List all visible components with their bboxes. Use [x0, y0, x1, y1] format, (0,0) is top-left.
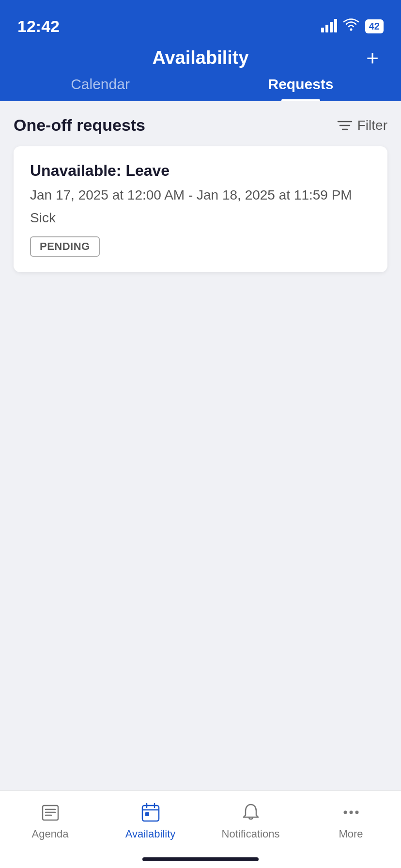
status-time: 12:42	[17, 17, 60, 36]
svg-point-14	[349, 811, 353, 814]
status-badge: PENDING	[30, 236, 100, 257]
tab-bar: Calendar Requests	[0, 68, 401, 101]
svg-rect-12	[145, 812, 149, 816]
nav-label-more: More	[339, 828, 363, 840]
nav-label-availability: Availability	[125, 828, 176, 840]
nav-item-agenda[interactable]: Agenda	[0, 799, 100, 868]
request-dates: Jan 17, 2025 at 12:00 AM - Jan 18, 2025 …	[30, 186, 371, 204]
status-icons: 42	[321, 18, 384, 34]
request-title: Unavailable: Leave	[30, 162, 371, 180]
availability-icon	[139, 801, 162, 824]
request-card[interactable]: Unavailable: Leave Jan 17, 2025 at 12:00…	[14, 146, 387, 272]
nav-item-more[interactable]: More	[301, 799, 401, 868]
agenda-icon	[39, 801, 62, 824]
signal-icon	[321, 20, 337, 32]
svg-point-15	[355, 811, 358, 814]
filter-icon	[337, 119, 353, 132]
nav-label-agenda: Agenda	[32, 828, 69, 840]
app-header: Availability +	[0, 43, 401, 68]
svg-point-13	[343, 811, 347, 814]
request-reason: Sick	[30, 210, 371, 226]
battery-level: 42	[369, 21, 380, 32]
battery-icon: 42	[365, 19, 384, 33]
header-title: Availability	[152, 47, 248, 68]
filter-button[interactable]: Filter	[337, 118, 387, 133]
section-title: One-off requests	[14, 116, 145, 135]
tab-calendar[interactable]: Calendar	[0, 76, 200, 101]
svg-rect-8	[142, 806, 159, 821]
home-indicator	[142, 857, 259, 861]
bottom-nav: Agenda Availability Notifications More	[0, 790, 401, 868]
status-bar: 12:42 42	[0, 0, 401, 43]
wifi-icon	[343, 18, 359, 34]
nav-label-notifications: Notifications	[222, 828, 280, 840]
filter-label: Filter	[357, 118, 387, 133]
svg-point-0	[350, 28, 352, 31]
more-icon	[339, 801, 363, 824]
section-header: One-off requests Filter	[14, 116, 387, 135]
add-button[interactable]: +	[361, 47, 384, 69]
tab-requests[interactable]: Requests	[200, 76, 401, 101]
main-content: One-off requests Filter Unavailable: Lea…	[0, 101, 401, 287]
bell-icon	[239, 801, 262, 824]
